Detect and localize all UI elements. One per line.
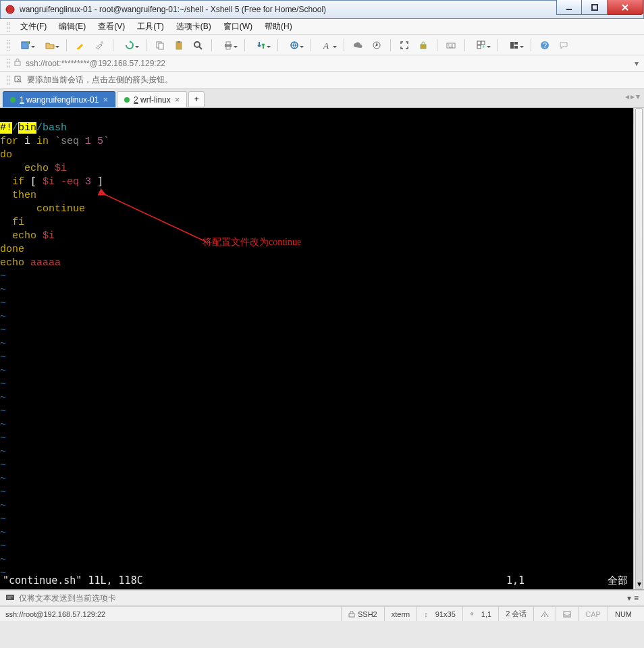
address-bar: ssh://root:*********@192.168.57.129:22 ▾ [0,55,644,72]
font-button[interactable]: A [317,38,338,53]
status-size: ↕ 91x35 [417,607,462,621]
fullscreen-button[interactable] [396,38,412,53]
status-connection: ssh://root@192.168.57.129:22 [5,610,341,618]
svg-rect-31 [6,595,14,600]
keyboard-button[interactable] [443,38,459,53]
main-toolbar: + A + ? [0,35,644,55]
menu-window[interactable]: 窗口(W) [218,19,258,34]
address-text[interactable]: ssh://root:*********@192.168.57.129:22 [26,59,635,68]
lock-button[interactable] [415,38,431,53]
svg-point-0 [6,5,14,14]
status-sessions: 2 会话 [498,607,533,621]
hintbar-grip[interactable] [7,76,9,85]
svg-rect-25 [514,42,518,45]
grid-plus-button[interactable]: + [471,38,492,53]
status-tray-icon [556,607,578,621]
tab-number: 1 [20,95,24,105]
terminal-content[interactable]: #!/bin/bash for i in `seq 1 5` do echo $… [0,108,633,589]
send-input-field[interactable] [19,593,622,603]
compass-button[interactable] [369,38,385,53]
cloud-button[interactable] [350,38,366,53]
chat-button[interactable] [556,38,572,53]
svg-rect-1 [566,9,572,10]
menu-edit[interactable]: 编辑(E) [53,19,91,34]
scroll-down-icon[interactable]: ▾ [634,578,644,589]
reconnect-button[interactable] [119,38,140,53]
svg-point-6 [101,41,103,44]
svg-rect-20 [477,41,481,45]
vim-file-info: "continue.sh" 11L, 118C [3,574,143,587]
window-close-button[interactable] [608,0,643,15]
scrollbar-thumb[interactable] [635,108,643,589]
app-icon [5,4,16,15]
tab-label: wrf-linux [140,95,171,105]
toolbar-grip[interactable] [7,40,9,51]
menubar-grip[interactable] [7,22,9,32]
help-button[interactable]: ? [537,38,553,53]
menu-view[interactable]: 查看(V) [92,19,130,34]
open-session-button[interactable] [39,38,61,53]
window-title: wangruifenglinux-01 - root@wangruifeng-0… [20,5,556,14]
tab-close-icon[interactable]: × [103,94,108,105]
terminal-area[interactable]: #!/bin/bash for i in `seq 1 5` do echo $… [0,108,644,590]
svg-rect-2 [592,5,597,10]
svg-text:+: + [28,40,30,46]
svg-point-11 [194,42,200,47]
transfer-button[interactable] [250,38,272,53]
status-term: xterm [384,607,417,621]
addrbar-grip[interactable] [7,59,9,68]
tab-nav: ◂ ▸ ▾ [625,92,640,101]
tab-list-icon[interactable]: ▾ [636,92,640,101]
code-shebang: #! [0,122,12,134]
terminal-scrollbar[interactable]: ▴ ▾ [633,108,644,589]
menu-tools[interactable]: 工具(T) [132,19,169,34]
svg-text:A: A [323,40,329,50]
vim-cursor-pos: 1,1 [506,574,587,587]
print-button[interactable] [217,38,239,53]
input-menu-icon[interactable]: ≡ [634,593,639,603]
new-tab-button[interactable]: + [188,91,205,107]
menu-help[interactable]: 帮助(H) [259,19,298,34]
svg-text:?: ? [543,42,547,49]
svg-rect-5 [77,48,79,49]
vim-scroll-info: 全部 [587,574,628,587]
hint-text: 要添加当前会话，点击左侧的箭头按钮。 [27,74,173,86]
svg-rect-26 [514,46,518,49]
tab-close-icon[interactable]: × [175,94,180,105]
session-tab-1[interactable]: 1 wangruifenglinux-01 × [3,91,115,107]
menu-file[interactable]: 文件(F) [15,19,52,34]
menu-bar: 文件(F) 编辑(E) 查看(V) 工具(T) 选项卡(B) 窗口(W) 帮助(… [0,19,644,35]
tab-prev-icon[interactable]: ◂ [625,92,629,101]
send-input-icon [5,593,15,604]
paste-button[interactable] [171,38,187,53]
window-maximize-button[interactable] [582,0,608,15]
window-minimize-button[interactable] [556,0,582,15]
layout-button[interactable] [504,38,525,53]
session-tabstrip: 1 wangruifenglinux-01 × 2 wrf-linux × + … [0,89,644,108]
annotation-text: 将配置文件改为continue [203,236,301,248]
find-button[interactable] [190,38,206,53]
color-picker-button[interactable] [91,38,107,53]
session-tab-2[interactable]: 2 wrf-linux × [117,91,187,107]
copy-button[interactable] [152,38,168,53]
svg-rect-18 [421,45,426,49]
address-dropdown-icon[interactable]: ▾ [635,59,639,68]
hint-arrow-icon[interactable] [14,74,23,86]
highlight-button[interactable] [72,38,88,53]
new-session-button[interactable]: + [15,38,36,53]
svg-rect-29 [15,61,20,65]
tab-next-icon[interactable]: ▸ [630,92,635,101]
svg-rect-24 [510,42,514,49]
hint-bar: 要添加当前会话，点击左侧的箭头按钮。 [0,72,644,89]
svg-rect-14 [226,47,230,49]
globe-button[interactable] [284,38,305,53]
status-cursor: ⌖ 1,1 [462,607,498,621]
status-net-icon [533,607,556,621]
window-titlebar: wangruifenglinux-01 - root@wangruifeng-0… [0,0,644,19]
tab-label: wangruifenglinux-01 [26,95,99,105]
input-dropdown-icon[interactable]: ▾ [627,593,631,603]
svg-rect-8 [159,43,163,49]
status-num: NUM [608,607,639,621]
status-ssh: SSH2 [341,607,384,621]
menu-tabs[interactable]: 选项卡(B) [171,19,217,34]
